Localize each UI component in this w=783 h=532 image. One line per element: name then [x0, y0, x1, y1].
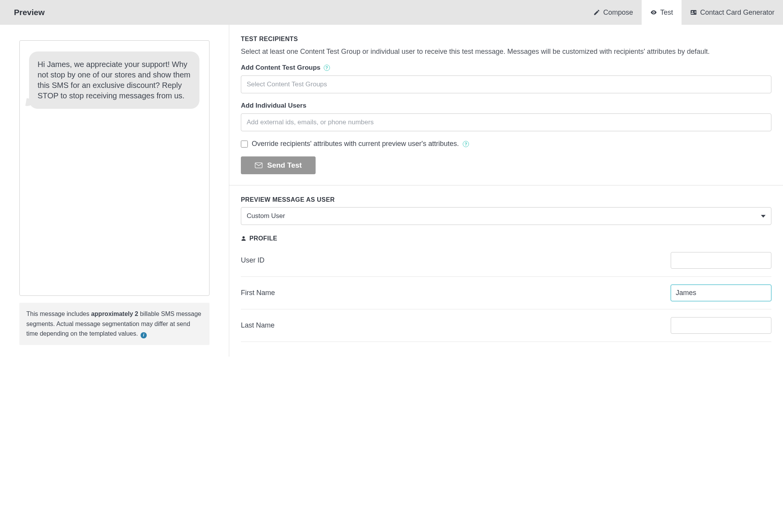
contact-card-icon — [690, 9, 697, 16]
last-name-label: Last Name — [241, 321, 275, 329]
first-name-label: First Name — [241, 289, 275, 297]
last-name-input[interactable] — [671, 317, 771, 334]
sms-bubble: Hi James, we appreciate your support! Wh… — [29, 51, 199, 109]
tab-compose-label: Compose — [603, 9, 633, 17]
main: Hi James, we appreciate your support! Wh… — [0, 25, 783, 357]
override-label: Override recipients' attributes with cur… — [252, 140, 459, 148]
section-preview-as-user: PREVIEW MESSAGE AS USER Custom User PROF… — [229, 185, 783, 353]
tab-contact-card-label: Contact Card Generator — [700, 9, 774, 17]
profile-row-user-id: User ID — [241, 244, 771, 277]
user-id-label: User ID — [241, 256, 264, 264]
chevron-down-icon — [761, 215, 766, 218]
preview-user-selected: Custom User — [247, 212, 285, 220]
tab-contact-card[interactable]: Contact Card Generator — [682, 0, 783, 25]
segments-count: approximately 2 — [91, 311, 138, 317]
first-name-input[interactable] — [671, 285, 771, 301]
phone-frame: Hi James, we appreciate your support! Wh… — [19, 40, 209, 296]
section-test-recipients: TEST RECIPIENTS Select at least one Cont… — [229, 25, 783, 185]
override-checkbox-row[interactable]: Override recipients' attributes with cur… — [241, 140, 771, 148]
groups-label: Add Content Test Groups — [241, 64, 321, 72]
test-recipients-heading: TEST RECIPIENTS — [241, 36, 771, 43]
mail-icon — [255, 162, 263, 168]
user-id-input[interactable] — [671, 252, 771, 269]
profile-row-last-name: Last Name — [241, 309, 771, 342]
profile-row-first-name: First Name — [241, 277, 771, 309]
eye-icon — [650, 9, 657, 16]
help-icon[interactable]: ? — [463, 141, 469, 147]
topbar: Preview Compose Test Contact Card Genera… — [0, 0, 783, 25]
send-test-button[interactable]: Send Test — [241, 156, 316, 174]
users-label: Add Individual Users — [241, 102, 306, 110]
tabs: Compose Test Contact Card Generator — [585, 0, 783, 25]
preview-as-user-heading: PREVIEW MESSAGE AS USER — [241, 196, 771, 203]
field-content-test-groups: Add Content Test Groups ? — [241, 64, 771, 93]
info-icon[interactable]: i — [141, 332, 147, 338]
person-icon — [241, 235, 246, 242]
help-icon[interactable]: ? — [324, 65, 330, 71]
field-individual-users: Add Individual Users — [241, 102, 771, 131]
form-panel: TEST RECIPIENTS Select at least one Cont… — [229, 25, 783, 357]
page-title: Preview — [0, 0, 585, 25]
preview-panel: Hi James, we appreciate your support! Wh… — [0, 25, 229, 357]
segments-notice: This message includes approximately 2 bi… — [19, 303, 209, 345]
override-checkbox[interactable] — [241, 141, 248, 148]
tab-test[interactable]: Test — [642, 0, 682, 25]
pencil-icon — [593, 9, 600, 16]
tab-test-label: Test — [660, 9, 673, 17]
preview-user-select[interactable]: Custom User — [241, 207, 771, 225]
segments-prefix: This message includes — [26, 311, 91, 317]
svg-rect-0 — [255, 163, 262, 168]
profile-heading: PROFILE — [241, 235, 771, 242]
groups-input[interactable] — [241, 76, 771, 93]
test-recipients-desc: Select at least one Content Test Group o… — [241, 46, 771, 57]
send-test-label: Send Test — [267, 161, 302, 170]
users-input[interactable] — [241, 113, 771, 131]
tab-compose[interactable]: Compose — [585, 0, 642, 25]
